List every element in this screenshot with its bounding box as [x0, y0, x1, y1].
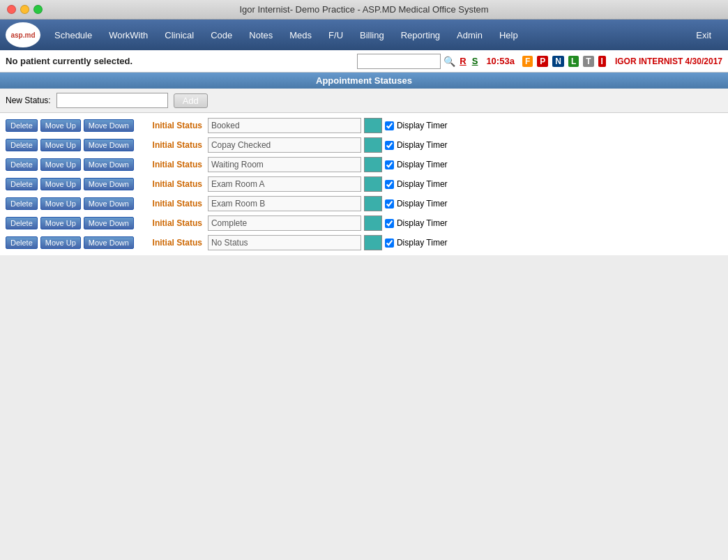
nav-item-notes[interactable]: Notes	[241, 26, 281, 45]
color-swatch[interactable]	[364, 157, 382, 172]
status-bar: No patient currently selected. 🔍 R S 10:…	[0, 50, 728, 73]
badge-n[interactable]: N	[552, 56, 564, 67]
status-name-input[interactable]	[208, 157, 361, 172]
delete-button[interactable]: Delete	[6, 158, 38, 171]
initial-status-label: Initial Status	[139, 199, 202, 209]
move-down-button[interactable]: Move Down	[84, 178, 134, 190]
display-timer-checkbox[interactable]	[385, 141, 394, 150]
move-up-button[interactable]: Move Up	[40, 139, 81, 151]
display-timer-checkbox[interactable]	[385, 160, 394, 169]
nav-item-reporting[interactable]: Reporting	[393, 26, 448, 45]
color-swatch[interactable]	[364, 196, 382, 211]
window-controls[interactable]	[7, 5, 43, 14]
main-nav: Schedule WorkWith Clinical Code Notes Me…	[46, 26, 685, 45]
display-timer-label: Display Timer	[397, 238, 448, 248]
color-swatch[interactable]	[364, 137, 382, 153]
display-timer-label: Display Timer	[397, 218, 448, 228]
nav-item-fu[interactable]: F/U	[320, 26, 351, 45]
initial-status-label: Initial Status	[139, 218, 202, 228]
nav-item-workwith[interactable]: WorkWith	[100, 26, 156, 45]
table-row: Delete Move Up Move Down Initial Status …	[0, 155, 728, 174]
nav-item-schedule[interactable]: Schedule	[46, 26, 100, 45]
time-display: 10:53a	[486, 56, 514, 66]
status-name-input[interactable]	[208, 196, 361, 211]
display-timer-checkbox[interactable]	[385, 239, 394, 248]
maximize-button[interactable]	[33, 5, 43, 14]
user-info: IGOR INTERNIST 4/30/2017	[615, 56, 722, 66]
nav-item-clinical[interactable]: Clinical	[156, 26, 202, 45]
move-up-button[interactable]: Move Up	[40, 158, 81, 171]
badge-p[interactable]: P	[537, 56, 548, 67]
nav-item-admin[interactable]: Admin	[448, 26, 491, 45]
display-timer-container: Display Timer	[385, 179, 448, 189]
status-name-input[interactable]	[208, 176, 361, 192]
nav-item-billing[interactable]: Billing	[351, 26, 393, 45]
window-title: Igor Internist- Demo Practice - ASP.MD M…	[239, 4, 488, 15]
color-swatch[interactable]	[364, 176, 382, 192]
badge-i[interactable]: I	[598, 56, 606, 67]
move-up-button[interactable]: Move Up	[40, 217, 81, 229]
badge-f[interactable]: F	[522, 56, 533, 67]
nav-bar: asp.md Schedule WorkWith Clinical Code N…	[0, 20, 728, 50]
display-timer-checkbox[interactable]	[385, 121, 394, 130]
move-up-button[interactable]: Move Up	[40, 197, 81, 210]
add-button[interactable]: Add	[174, 93, 208, 108]
minimize-button[interactable]	[20, 5, 29, 14]
table-area: Delete Move Up Move Down Initial Status …	[0, 113, 728, 255]
s-status-link[interactable]: S	[471, 56, 480, 66]
display-timer-checkbox[interactable]	[385, 180, 394, 189]
display-timer-label: Display Timer	[397, 121, 448, 130]
move-down-button[interactable]: Move Down	[84, 197, 134, 210]
move-down-button[interactable]: Move Down	[84, 217, 134, 229]
move-down-button[interactable]: Move Down	[84, 139, 134, 151]
nav-item-meds[interactable]: Meds	[281, 26, 320, 45]
new-status-input[interactable]	[56, 93, 168, 108]
delete-button[interactable]: Delete	[6, 178, 38, 190]
table-row: Delete Move Up Move Down Initial Status …	[0, 233, 728, 252]
search-icon[interactable]: 🔍	[443, 56, 455, 67]
logo-text: asp.md	[10, 31, 35, 39]
move-down-button[interactable]: Move Down	[84, 236, 134, 249]
status-name-input[interactable]	[208, 215, 361, 231]
initial-status-label: Initial Status	[139, 140, 202, 150]
status-name-input[interactable]	[208, 118, 361, 133]
display-timer-checkbox[interactable]	[385, 219, 394, 228]
new-status-bar: New Status: Add	[0, 89, 728, 113]
initial-status-label: Initial Status	[139, 179, 202, 189]
color-swatch[interactable]	[364, 118, 382, 133]
display-timer-container: Display Timer	[385, 238, 448, 248]
delete-button[interactable]: Delete	[6, 236, 38, 249]
move-up-button[interactable]: Move Up	[40, 236, 81, 249]
status-name-input[interactable]	[208, 137, 361, 153]
move-up-button[interactable]: Move Up	[40, 178, 81, 190]
color-swatch[interactable]	[364, 235, 382, 250]
status-name-input[interactable]	[208, 235, 361, 250]
nav-item-code[interactable]: Code	[202, 26, 241, 45]
delete-button[interactable]: Delete	[6, 119, 38, 132]
delete-button[interactable]: Delete	[6, 197, 38, 210]
delete-button[interactable]: Delete	[6, 139, 38, 151]
badge-l[interactable]: L	[568, 56, 579, 67]
move-down-button[interactable]: Move Down	[84, 119, 134, 132]
display-timer-checkbox[interactable]	[385, 199, 394, 209]
move-up-button[interactable]: Move Up	[40, 119, 81, 132]
close-button[interactable]	[7, 5, 16, 14]
no-patient-text: No patient currently selected.	[6, 56, 357, 66]
color-swatch[interactable]	[364, 215, 382, 231]
nav-item-help[interactable]: Help	[491, 26, 526, 45]
r-status-link[interactable]: R	[458, 56, 467, 66]
display-timer-label: Display Timer	[397, 199, 448, 209]
delete-button[interactable]: Delete	[6, 217, 38, 229]
exit-button[interactable]: Exit	[685, 26, 722, 45]
initial-status-label: Initial Status	[139, 160, 202, 169]
table-row: Delete Move Up Move Down Initial Status …	[0, 135, 728, 155]
display-timer-container: Display Timer	[385, 218, 448, 228]
search-input[interactable]	[357, 54, 441, 69]
table-row: Delete Move Up Move Down Initial Status …	[0, 116, 728, 135]
display-timer-label: Display Timer	[397, 140, 448, 150]
badge-t[interactable]: T	[583, 56, 593, 67]
new-status-label: New Status:	[6, 96, 51, 105]
logo: asp.md	[6, 22, 40, 47]
move-down-button[interactable]: Move Down	[84, 158, 134, 171]
display-timer-container: Display Timer	[385, 199, 448, 209]
